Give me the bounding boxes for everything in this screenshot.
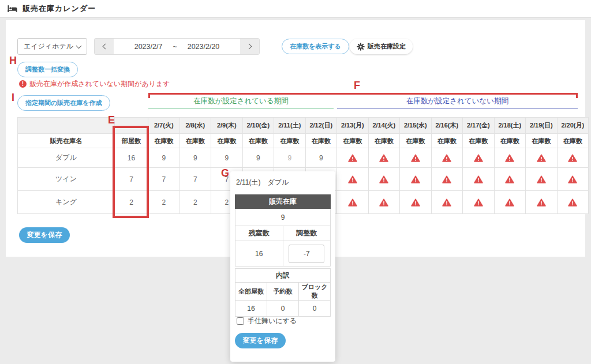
hotel-select[interactable]: エイジィホテル (17, 38, 87, 55)
date-header-cell: 2/14(火) (368, 118, 400, 134)
room-type-cell: ツイン (18, 168, 115, 191)
stock-settings-button[interactable]: 販売在庫設定 (350, 39, 413, 54)
warning-triangle-icon (505, 175, 514, 183)
stock-warning-cell[interactable] (526, 148, 558, 168)
warning-triangle-icon (568, 198, 577, 207)
popup-breakdown-header: 内訳 (235, 269, 331, 283)
warning-triangle-icon (568, 154, 577, 162)
stock-value-cell[interactable]: 7 (148, 168, 180, 191)
stock-settings-button-label: 販売在庫設定 (368, 42, 406, 51)
stock-warning-cell[interactable] (557, 148, 589, 168)
stock-value-cell[interactable]: 9 (305, 148, 337, 168)
popup-blocks-value: 0 (299, 301, 331, 317)
next-period-button[interactable] (240, 39, 259, 54)
stock-value-cell[interactable]: 2 (148, 191, 180, 214)
date-header-cell: 2/16(木) (431, 118, 463, 134)
stock-warning-cell[interactable] (368, 191, 400, 214)
stock-warning-cell[interactable] (463, 191, 495, 214)
stock-column-header: 在庫数 (242, 134, 274, 148)
stock-warning-cell[interactable] (494, 148, 526, 168)
warning-triangle-icon (474, 175, 483, 183)
bulk-adjust-button-label: 調整数一括変換 (25, 65, 70, 74)
bulk-adjust-button[interactable]: 調整数一括変換 (17, 62, 78, 77)
bed-icon (7, 4, 18, 13)
popup-reservations-header: 予約数 (267, 283, 299, 301)
end-date-field[interactable]: 2023/2/20 (188, 43, 220, 51)
stock-warning-cell[interactable] (337, 168, 369, 191)
show-stock-button[interactable]: 在庫数を表示する (282, 39, 349, 54)
stock-warning-cell[interactable] (431, 168, 463, 191)
stock-warning-cell[interactable] (368, 168, 400, 191)
stock-column-header: 在庫数 (337, 134, 369, 148)
create-stock-button-label: 指定期間の販売在庫を作成 (25, 99, 102, 107)
warning-triangle-icon (442, 175, 451, 183)
stock-warning-cell[interactable] (400, 168, 432, 191)
stock-value-cell[interactable]: 9 (242, 148, 274, 168)
create-stock-button[interactable]: 指定期間の販売在庫を作成 (17, 95, 110, 111)
date-header-cell: 2/20(月) (557, 118, 589, 134)
stock-warning-cell[interactable] (337, 148, 369, 168)
popup-date: 2/11(土) (236, 178, 260, 187)
popup-save-button[interactable]: 変更を保存 (235, 333, 286, 348)
stock-warning-cell[interactable] (557, 168, 589, 191)
stock-warning-cell[interactable] (494, 168, 526, 191)
stock-value-cell[interactable]: 7 (179, 168, 211, 191)
stock-warning-cell[interactable] (494, 191, 526, 214)
chevron-right-icon (246, 44, 252, 50)
stock-warning-cell[interactable] (526, 168, 558, 191)
date-header-cell: 2/12(日) (305, 118, 337, 134)
name-column-header: 販売在庫名 (18, 134, 115, 148)
stock-warning-cell[interactable] (463, 168, 495, 191)
date-header-cell: 2/10(金) (242, 118, 274, 134)
warning-triangle-icon (568, 175, 577, 183)
warning-triangle-icon (411, 175, 420, 183)
stock-value-cell[interactable]: 9 (148, 148, 180, 168)
stock-warning-cell[interactable] (431, 148, 463, 168)
cell-detail-popup: 2/11(土) ダブル 販売在庫 9 残室数 調整数 16 内訳 全部屋数 予約… (230, 171, 335, 362)
stock-warning-cell[interactable] (400, 148, 432, 168)
warning-triangle-icon (537, 154, 546, 162)
stock-warning-cell[interactable] (368, 148, 400, 168)
room-type-cell: ダブル (18, 148, 115, 168)
stock-value-cell[interactable]: 9 (179, 148, 211, 168)
top-bar: 販売在庫カレンダー (0, 0, 591, 18)
popup-room-type: ダブル (267, 178, 289, 187)
stock-column-header: 在庫数 (368, 134, 400, 148)
warning-triangle-icon (505, 198, 514, 207)
stock-column-header: 在庫数 (400, 134, 432, 148)
save-changes-button[interactable]: 変更を保存 (19, 227, 70, 243)
date-range: 2023/2/7 ~ 2023/2/20 (114, 39, 240, 54)
popup-title: 2/11(土) ダブル (236, 178, 289, 187)
stock-warning-cell[interactable] (526, 191, 558, 214)
prev-period-button[interactable] (95, 39, 114, 54)
warning-triangle-icon (348, 175, 357, 183)
stock-warning-cell[interactable] (463, 148, 495, 168)
stock-value-cell[interactable]: 2 (179, 191, 211, 214)
annotation-letter-e: E (108, 114, 115, 126)
start-date-field[interactable]: 2023/2/7 (134, 43, 163, 51)
stock-column-header: 在庫数 (494, 134, 526, 148)
room-type-cell: キング (18, 191, 115, 214)
stock-column-header: 在庫数 (179, 134, 211, 148)
adjustment-input[interactable] (289, 245, 324, 263)
close-out-checkbox[interactable] (237, 317, 244, 325)
stock-warning-cell[interactable] (400, 191, 432, 214)
warning-triangle-icon (537, 198, 546, 207)
stock-value-cell[interactable]: 9 (274, 148, 306, 168)
warning-triangle-icon (442, 198, 451, 207)
date-header-cell: 2/17(金) (463, 118, 495, 134)
warning-triangle-icon (379, 154, 388, 162)
stock-warning-cell[interactable] (337, 191, 369, 214)
stock-warning-cell[interactable] (557, 191, 589, 214)
annotation-letter-h: H (9, 55, 17, 67)
popup-total-rooms-value: 16 (235, 301, 267, 317)
annotation-box-e (113, 126, 149, 218)
stock-value-cell[interactable]: 9 (211, 148, 243, 168)
table-row: ダブル16999999 (18, 148, 589, 168)
warning-triangle-icon (379, 175, 388, 183)
stock-column-header: 在庫数 (211, 134, 243, 148)
stock-column-header: 在庫数 (526, 134, 558, 148)
stock-warning-cell[interactable] (431, 191, 463, 214)
popup-remaining-value: 16 (235, 241, 283, 267)
stock-column-header: 在庫数 (431, 134, 463, 148)
